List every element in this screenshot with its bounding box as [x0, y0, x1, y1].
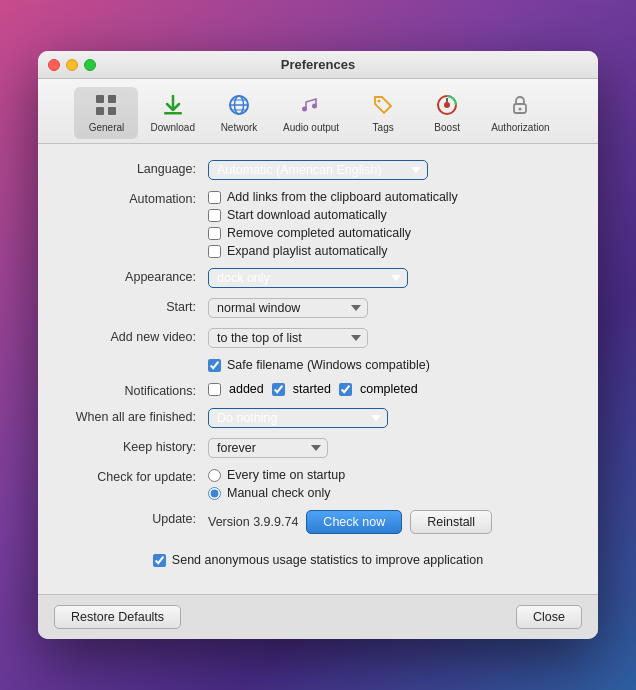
minimize-button[interactable] — [66, 59, 78, 71]
notification-completed-checkbox[interactable] — [339, 383, 352, 396]
preferences-content: Language: Automatic (American English) A… — [38, 144, 598, 594]
boost-icon — [433, 91, 461, 119]
tab-audio-label: Audio output — [283, 122, 339, 133]
version-text: Version 3.9.9.74 — [208, 515, 298, 529]
close-button[interactable] — [48, 59, 60, 71]
svg-point-14 — [444, 102, 450, 108]
check-update-radio-0[interactable] — [208, 469, 221, 482]
restore-defaults-button[interactable]: Restore Defaults — [54, 605, 181, 629]
keep-history-select[interactable]: forever — [208, 438, 328, 458]
when-finished-row: When all are finished: Do nothing — [58, 408, 578, 428]
toolbar: General Download Network Audio output — [38, 79, 598, 144]
automation-text-3: Expand playlist automatically — [227, 244, 388, 258]
automation-text-0: Add links from the clipboard automatical… — [227, 190, 458, 204]
reinstall-button[interactable]: Reinstall — [410, 510, 492, 534]
notifications-control: added started completed — [208, 382, 578, 396]
automation-label: Automation: — [58, 190, 208, 206]
network-icon — [225, 91, 253, 119]
tags-icon — [369, 91, 397, 119]
add-new-video-select[interactable]: to the top of list — [208, 328, 368, 348]
tab-tags[interactable]: Tags — [351, 87, 415, 139]
language-control: Automatic (American English) — [208, 160, 578, 180]
titlebar: Preferences — [38, 51, 598, 79]
when-finished-select[interactable]: Do nothing — [208, 408, 388, 428]
anon-stats-row: Send anonymous usage statistics to impro… — [58, 544, 578, 578]
update-row: Update: Version 3.9.9.74 Check now Reins… — [58, 510, 578, 534]
when-finished-label: When all are finished: — [58, 408, 208, 424]
audio-icon — [297, 91, 325, 119]
appearance-row: Appearance: dock only — [58, 268, 578, 288]
anon-stats-label: Send anonymous usage statistics to impro… — [172, 552, 483, 570]
tab-auth[interactable]: Authorization — [479, 87, 561, 139]
when-finished-control: Do nothing — [208, 408, 578, 428]
check-update-label: Check for update: — [58, 468, 208, 484]
automation-checkbox-2[interactable] — [208, 227, 221, 240]
automation-item-0: Add links from the clipboard automatical… — [208, 190, 578, 204]
tab-network[interactable]: Network — [207, 87, 271, 139]
tab-boost[interactable]: Boost — [415, 87, 479, 139]
start-label: Start: — [58, 298, 208, 314]
anon-stats-checkbox[interactable] — [153, 554, 166, 567]
check-update-control: Every time on startup Manual check only — [208, 468, 578, 500]
update-label: Update: — [58, 510, 208, 526]
add-new-video-row: Add new video: to the top of list — [58, 328, 578, 348]
check-update-text-1: Manual check only — [227, 486, 331, 500]
svg-point-12 — [378, 100, 381, 103]
notifications-row: Notifications: added started completed — [58, 382, 578, 398]
tab-audio[interactable]: Audio output — [271, 87, 351, 139]
tab-download-label: Download — [150, 122, 194, 133]
svg-rect-0 — [96, 95, 104, 103]
check-update-item-0: Every time on startup — [208, 468, 578, 482]
automation-row: Automation: Add links from the clipboard… — [58, 190, 578, 258]
svg-rect-1 — [108, 95, 116, 103]
check-now-button[interactable]: Check now — [306, 510, 402, 534]
tab-boost-label: Boost — [434, 122, 460, 133]
appearance-select[interactable]: dock only — [208, 268, 408, 288]
check-update-text-0: Every time on startup — [227, 468, 345, 482]
notification-started-text: started — [293, 382, 331, 396]
svg-point-17 — [519, 108, 522, 111]
svg-point-11 — [312, 104, 317, 109]
preferences-window: Preferences General Download Network — [38, 51, 598, 639]
safe-filename-label: Safe filename (Windows compatible) — [227, 358, 430, 372]
notification-added-text: added — [229, 382, 264, 396]
svg-rect-3 — [108, 107, 116, 115]
window-title: Preferences — [281, 57, 355, 72]
keep-history-control: forever — [208, 438, 578, 458]
start-row: Start: normal window — [58, 298, 578, 318]
close-button[interactable]: Close — [516, 605, 582, 629]
update-control: Version 3.9.9.74 Check now Reinstall — [208, 510, 578, 534]
tab-general[interactable]: General — [74, 87, 138, 139]
notification-added-checkbox[interactable] — [208, 383, 221, 396]
svg-rect-2 — [96, 107, 104, 115]
tab-auth-label: Authorization — [491, 122, 549, 133]
language-label: Language: — [58, 160, 208, 176]
automation-checkbox-1[interactable] — [208, 209, 221, 222]
appearance-control: dock only — [208, 268, 578, 288]
language-select[interactable]: Automatic (American English) — [208, 160, 428, 180]
notification-completed-text: completed — [360, 382, 418, 396]
automation-options: Add links from the clipboard automatical… — [208, 190, 578, 258]
add-new-video-label: Add new video: — [58, 328, 208, 344]
start-select[interactable]: normal window — [208, 298, 368, 318]
safe-filename-checkbox[interactable] — [208, 359, 221, 372]
check-update-radio-1[interactable] — [208, 487, 221, 500]
automation-text-1: Start download automatically — [227, 208, 387, 222]
svg-point-10 — [302, 107, 307, 112]
start-control: normal window — [208, 298, 578, 318]
tab-tags-label: Tags — [373, 122, 394, 133]
maximize-button[interactable] — [84, 59, 96, 71]
automation-checkbox-3[interactable] — [208, 245, 221, 258]
download-icon — [159, 91, 187, 119]
keep-history-label: Keep history: — [58, 438, 208, 454]
automation-checkbox-0[interactable] — [208, 191, 221, 204]
svg-rect-4 — [164, 112, 182, 115]
add-new-video-control: to the top of list — [208, 328, 578, 348]
notifications-label: Notifications: — [58, 382, 208, 398]
tab-download[interactable]: Download — [138, 87, 206, 139]
safe-filename-row: Safe filename (Windows compatible) — [58, 358, 578, 372]
footer: Restore Defaults Close — [38, 594, 598, 639]
automation-item-2: Remove completed automatically — [208, 226, 578, 240]
notification-started-checkbox[interactable] — [272, 383, 285, 396]
keep-history-row: Keep history: forever — [58, 438, 578, 458]
